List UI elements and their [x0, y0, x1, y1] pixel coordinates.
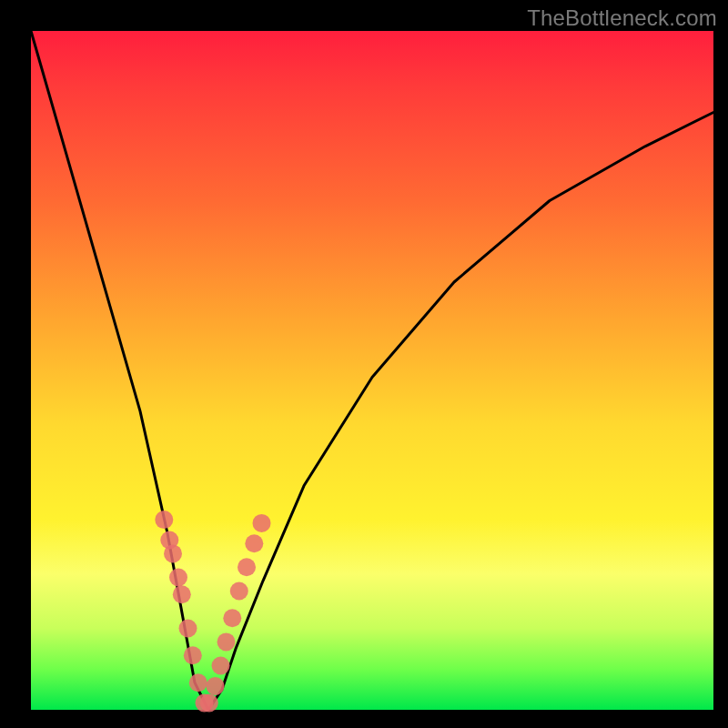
marker-point: [184, 646, 202, 664]
marker-point: [179, 620, 197, 638]
bottleneck-curve: [31, 31, 713, 710]
curve-path: [31, 31, 713, 710]
marker-point: [173, 585, 191, 603]
marker-point: [189, 673, 207, 692]
marker-point: [207, 677, 225, 695]
marker-point: [238, 558, 256, 576]
marker-point: [223, 609, 241, 627]
marker-point: [245, 534, 263, 552]
marker-group: [155, 511, 270, 712]
marker-point: [217, 632, 236, 651]
chart-frame: TheBottleneck.com: [0, 0, 728, 728]
curve-layer: [31, 31, 713, 710]
marker-point: [230, 582, 248, 601]
marker-point: [169, 569, 187, 587]
plot-area: [31, 31, 713, 710]
marker-point: [164, 544, 182, 562]
marker-point: [200, 694, 218, 713]
marker-point: [212, 657, 230, 675]
marker-point: [253, 514, 271, 532]
marker-point: [155, 511, 173, 529]
watermark-text: TheBottleneck.com: [527, 5, 717, 31]
